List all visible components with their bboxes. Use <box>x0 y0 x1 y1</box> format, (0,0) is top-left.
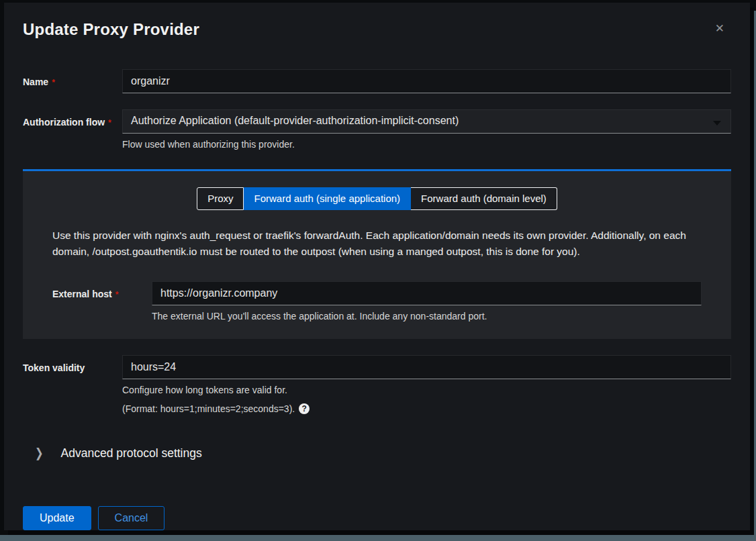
token-validity-input-col: Configure how long tokens are valid for.… <box>122 355 731 415</box>
external-host-help: The external URL you'll access the appli… <box>152 310 702 323</box>
name-label-col: Name* <box>23 69 122 88</box>
chevron-right-icon: ❯ <box>35 446 44 461</box>
mode-tab-forward-auth-domain[interactable]: Forward auth (domain level) <box>411 187 557 210</box>
advanced-protocol-settings-expander[interactable]: ❯ Advanced protocol settings <box>23 446 731 460</box>
authorization-flow-input-col: Authorize Application (default-provider-… <box>122 109 731 151</box>
provider-form: Name* Authorization flow* Authorize Appl… <box>4 69 750 530</box>
authorization-flow-label-col: Authorization flow* <box>23 109 122 128</box>
external-host-row: External host* The external URL you'll a… <box>38 281 716 323</box>
advanced-protocol-settings-label: Advanced protocol settings <box>61 446 202 460</box>
token-validity-label: Token validity <box>23 362 85 373</box>
proxy-mode-card: Proxy Forward auth (single application) … <box>23 169 731 339</box>
name-input-col <box>122 69 731 93</box>
modal-title: Update Proxy Provider <box>23 20 731 39</box>
name-input[interactable] <box>122 69 731 93</box>
update-proxy-provider-modal: Update Proxy Provider ✕ Name* Authorizat… <box>4 3 750 530</box>
authorization-flow-select[interactable]: Authorize Application (default-provider-… <box>122 109 731 134</box>
authorization-flow-label: Authorization flow* <box>23 117 111 128</box>
external-host-label-col: External host* <box>52 281 152 300</box>
required-asterisk: * <box>108 118 111 128</box>
external-host-input[interactable] <box>152 281 702 305</box>
name-label-text: Name <box>23 77 48 87</box>
update-button[interactable]: Update <box>23 506 91 530</box>
external-host-input-col: The external URL you'll access the appli… <box>152 281 702 323</box>
name-label: Name* <box>23 77 55 87</box>
name-row: Name* <box>23 69 731 93</box>
help-question-icon[interactable]: ? <box>299 403 310 414</box>
token-validity-input[interactable] <box>122 355 731 379</box>
token-validity-format-text: (Format: hours=1;minutes=2;seconds=3). <box>122 403 295 415</box>
mode-toggle-row: Proxy Forward auth (single application) … <box>38 187 716 210</box>
modal-footer: Update Cancel <box>23 506 731 530</box>
required-asterisk: * <box>115 290 119 299</box>
required-asterisk: * <box>52 78 55 87</box>
token-validity-help-line1: Configure how long tokens are valid for. <box>122 384 731 397</box>
close-icon[interactable]: ✕ <box>715 23 724 34</box>
mode-tab-forward-auth-single[interactable]: Forward auth (single application) <box>244 187 411 210</box>
cancel-button[interactable]: Cancel <box>98 506 165 530</box>
authorization-flow-label-text: Authorization flow <box>23 117 105 128</box>
token-validity-help-line2: (Format: hours=1;minutes=2;seconds=3). ? <box>122 403 731 415</box>
token-validity-label-col: Token validity <box>23 355 122 374</box>
mode-tab-proxy[interactable]: Proxy <box>197 187 244 210</box>
modal-header: Update Proxy Provider ✕ <box>4 3 750 39</box>
authorization-flow-row: Authorization flow* Authorize Applicatio… <box>23 109 731 151</box>
external-host-label-text: External host <box>52 289 112 299</box>
page-background-edge-right <box>750 11 756 541</box>
page-background-edge-bottom <box>0 535 756 541</box>
caret-down-icon <box>713 121 721 126</box>
mode-description: Use this provider with nginx's auth_requ… <box>52 228 702 260</box>
authorization-flow-selected-value: Authorize Application (default-provider-… <box>131 115 459 126</box>
authorization-flow-help: Flow used when authorizing this provider… <box>122 138 731 151</box>
external-host-label: External host* <box>52 289 118 299</box>
mode-toggle-group: Proxy Forward auth (single application) … <box>197 187 557 210</box>
token-validity-row: Token validity Configure how long tokens… <box>23 355 731 415</box>
